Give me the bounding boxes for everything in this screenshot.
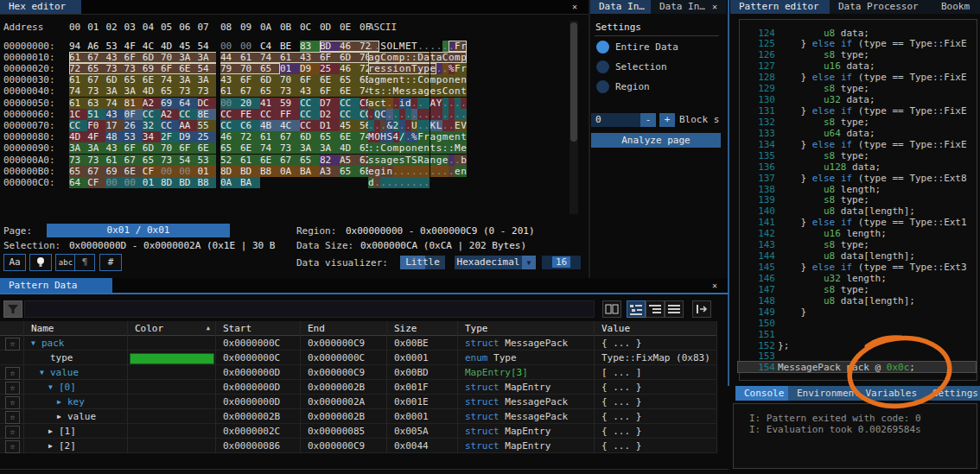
ascii-char[interactable]: g <box>374 52 380 63</box>
ascii-char[interactable]: g <box>436 131 442 142</box>
line-number[interactable]: 127 <box>741 60 775 72</box>
line-number[interactable]: 135 <box>741 150 775 161</box>
ascii-char[interactable]: . <box>399 120 405 131</box>
hex-byte[interactable]: BA <box>300 166 320 177</box>
ascii-char[interactable]: s <box>386 63 392 74</box>
ascii-char[interactable]: . <box>405 120 411 131</box>
ascii-char[interactable]: i <box>380 166 386 177</box>
line-number[interactable]: 148 <box>741 295 775 307</box>
ascii-char[interactable]: a <box>368 52 374 63</box>
ascii-char[interactable]: . <box>393 98 399 109</box>
ascii-char[interactable]: : <box>374 142 380 154</box>
bookmark-star-cell[interactable]: ☆ <box>0 424 24 439</box>
hex-byte[interactable]: 3A <box>179 52 197 63</box>
hex-byte[interactable]: C4 <box>260 41 280 52</box>
line-number[interactable]: 149 <box>741 307 775 318</box>
hex-byte[interactable]: 73 <box>179 85 197 97</box>
hex-byte[interactable]: 4B <box>260 120 280 131</box>
hex-byte[interactable]: 67 <box>124 155 143 166</box>
hex-byte[interactable]: 51 <box>87 109 105 120</box>
line-number[interactable]: 125 <box>741 38 775 49</box>
hex-byte[interactable]: 01 <box>280 63 300 74</box>
hex-byte[interactable]: 65 <box>69 166 87 177</box>
ascii-char[interactable]: O <box>386 41 392 52</box>
bookmark-star-cell[interactable]: ☆ <box>0 395 24 409</box>
ascii-char[interactable]: s <box>411 85 417 97</box>
line-number[interactable]: 146 <box>741 273 775 284</box>
hex-byte[interactable]: 0F <box>124 109 143 120</box>
hex-byte[interactable]: 72 <box>69 63 87 74</box>
hex-byte[interactable]: 6E <box>143 74 161 85</box>
hex-byte[interactable]: 73 <box>87 85 105 97</box>
hex-byte[interactable]: 48 <box>105 131 124 142</box>
ascii-char[interactable]: % <box>449 63 455 74</box>
ascii-char[interactable]: 2 <box>393 120 399 131</box>
ascii-char[interactable]: a <box>436 52 442 63</box>
ascii-char[interactable]: Q <box>374 109 380 120</box>
block-size-input[interactable]: 0 <box>591 113 641 127</box>
hex-byte[interactable]: 6F <box>320 52 340 63</box>
hex-byte[interactable]: 64 <box>179 98 197 109</box>
hex-byte[interactable]: 6D <box>260 74 280 85</box>
ascii-char[interactable]: L <box>436 120 442 131</box>
grid-toggle-button[interactable]: # <box>99 254 122 271</box>
hex-byte[interactable]: 4F <box>124 41 143 52</box>
ascii-char[interactable]: o <box>386 52 392 63</box>
hex-byte[interactable]: 65 <box>87 63 105 74</box>
hex-scrollbar-thumb[interactable] <box>570 22 577 142</box>
ascii-char[interactable]: . <box>417 177 423 188</box>
hex-byte[interactable]: 73 <box>69 155 87 166</box>
ascii-char[interactable]: S <box>411 155 417 166</box>
ascii-char[interactable]: t <box>461 85 467 97</box>
ascii-char[interactable]: s <box>374 85 380 97</box>
ascii-char[interactable]: i <box>399 98 405 109</box>
ascii-char[interactable]: F <box>417 131 423 142</box>
radio-entire-data[interactable] <box>596 41 609 54</box>
ascii-char[interactable]: : <box>405 52 411 63</box>
table-row[interactable]: ☆▶value0x0000002B0x0000002B0x0001struct … <box>0 409 717 424</box>
ascii-char[interactable]: p <box>399 52 405 63</box>
ascii-char[interactable]: . <box>374 41 380 52</box>
tab-pattern-data[interactable]: Pattern Data <box>0 278 112 293</box>
ascii-char[interactable]: . <box>449 166 455 177</box>
hex-byte[interactable]: 6F <box>161 63 179 74</box>
ascii-char[interactable]: e <box>455 166 461 177</box>
table-header-cell[interactable]: Name <box>24 321 128 336</box>
ascii-char[interactable]: t <box>399 74 405 85</box>
ascii-char[interactable]: s <box>374 155 380 166</box>
hex-byte[interactable]: 6E <box>320 74 340 85</box>
ascii-char[interactable]: m <box>393 52 399 63</box>
hex-byte[interactable]: 4C <box>143 41 161 52</box>
hex-byte[interactable]: FE <box>240 109 260 120</box>
hex-byte[interactable]: 73 <box>87 155 105 166</box>
ascii-char[interactable]: s <box>399 155 405 166</box>
ascii-char[interactable]: . <box>436 109 442 120</box>
bookmark-star-cell[interactable]: ☆ <box>0 380 24 395</box>
hex-byte[interactable]: 61 <box>69 74 87 85</box>
ascii-char[interactable]: . <box>386 98 392 109</box>
line-number[interactable]: 136 <box>741 161 775 173</box>
line-number[interactable]: 139 <box>741 194 775 205</box>
hex-byte[interactable]: 6D <box>143 142 161 154</box>
ascii-char[interactable]: . <box>399 177 405 188</box>
ascii-char[interactable]: K <box>430 120 436 131</box>
pattern-name[interactable]: pack <box>41 338 65 349</box>
hex-byte[interactable]: 44 <box>220 52 240 63</box>
hex-byte[interactable]: 6E <box>260 155 280 166</box>
hex-byte[interactable]: 6E <box>179 63 197 74</box>
hex-byte[interactable]: 3A <box>179 74 197 85</box>
table-header-cell[interactable]: Value <box>595 321 717 336</box>
hex-byte[interactable]: 67 <box>87 166 105 177</box>
ascii-char[interactable]: . <box>449 109 455 120</box>
ascii-char[interactable]: : <box>411 74 417 85</box>
hex-byte[interactable]: 81 <box>124 98 143 109</box>
ascii-char[interactable]: . <box>368 120 374 131</box>
hex-byte[interactable]: 6F <box>300 74 320 85</box>
ascii-char[interactable]: : <box>386 85 392 97</box>
hex-byte[interactable]: 53 <box>197 155 215 166</box>
highlight-bulb-button[interactable] <box>29 254 52 271</box>
ascii-char[interactable]: . <box>423 41 430 52</box>
hex-byte[interactable]: 6F <box>124 52 143 63</box>
line-number[interactable]: 124 <box>741 28 775 39</box>
ascii-char[interactable]: d <box>368 177 374 188</box>
